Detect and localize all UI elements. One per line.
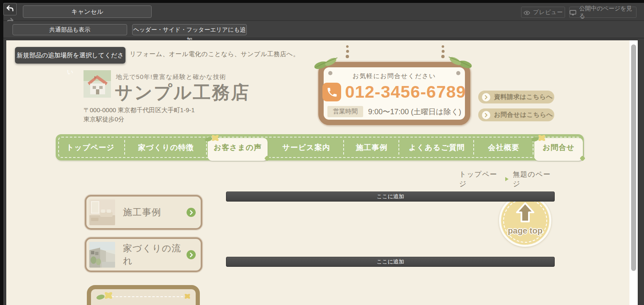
page-top-button[interactable]: page top	[499, 194, 551, 247]
leaf-decoration-icon	[445, 54, 474, 72]
breadcrumb: トップページ 無題のページ	[459, 170, 555, 189]
editor-toolbar-main: キャンセル プレビュー 公開中のページを見る	[3, 3, 644, 21]
editor-toolbar-secondary: 共通部品も表示 ヘッダー・サイド・フッターエリアにも追加	[3, 21, 644, 38]
view-published-button[interactable]: 公開中のページを見る	[569, 7, 637, 18]
nav-item-top-page[interactable]: トップページ	[56, 134, 125, 160]
add-to-areas-button[interactable]: ヘッダー・サイド・フッターエリアにも追加	[132, 24, 247, 35]
scrollbar[interactable]	[629, 40, 638, 305]
breadcrumb-arrow-icon	[505, 177, 509, 181]
eye-icon	[524, 10, 530, 15]
phone-number[interactable]: 012-3456-6789	[345, 82, 466, 102]
request-docs-button[interactable]: 資料請求はこちらへ	[478, 91, 554, 103]
leaf-icon	[264, 155, 270, 163]
add-here-zone-1[interactable]: ここに追加	[226, 192, 555, 202]
chevron-right-icon	[482, 93, 490, 101]
nav-item-features[interactable]: 家づくりの特徴	[125, 134, 207, 160]
address-line-1: 〒000-0000 東京都千代田区大手町1-9-1	[84, 106, 195, 115]
add-location-tooltip: 新規部品の追加場所を選択してください	[15, 47, 125, 64]
banner-flow-photo	[89, 242, 115, 268]
preview-button[interactable]: プレビュー	[521, 7, 565, 18]
nav-item-services[interactable]: サービス案内	[268, 134, 344, 160]
flower-icon	[183, 293, 192, 302]
scrollbar-thumb[interactable]	[631, 44, 636, 271]
cancel-button[interactable]: キャンセル	[23, 5, 152, 18]
view-published-label: 公開中のページを見る	[579, 5, 636, 20]
banner-flow-label: 家づくりの流れ	[123, 242, 187, 267]
leaf-flower-icon	[204, 133, 221, 145]
address-line-2: 東京駅徒歩0分	[84, 115, 195, 124]
undo-button[interactable]	[3, 3, 17, 15]
widget-dashed-line	[103, 296, 183, 297]
nav-item-customer-voice[interactable]: お客さまの声	[207, 134, 268, 160]
banner-works-photo	[89, 199, 115, 225]
arrow-up-icon	[514, 202, 537, 225]
site-logo-image[interactable]	[84, 70, 111, 98]
signboard-string-dots-right	[441, 45, 445, 58]
site-name[interactable]: サンプル工務店	[115, 81, 250, 105]
hours-badge: 営業時間	[327, 106, 363, 117]
nav-item-contact[interactable]: お問合せ	[533, 134, 584, 160]
preview-label: プレビュー	[533, 9, 563, 16]
nav-item-faq[interactable]: よくあるご質問	[399, 134, 474, 160]
monitor-icon	[570, 10, 576, 15]
site-catchphrase: リフォーム、オール電化のことなら、サンプル工務店へ。	[130, 50, 300, 58]
request-docs-label: 資料請求はこちらへ	[494, 93, 553, 101]
banner-works[interactable]: 施工事例	[85, 195, 202, 230]
nav-item-company[interactable]: 会社概要	[474, 134, 533, 160]
breadcrumb-home[interactable]: トップページ	[459, 170, 501, 189]
sidebar-menu-widget	[87, 285, 200, 305]
pagetop-label: page top	[501, 226, 549, 236]
banner-building-flow[interactable]: 家づくりの流れ	[85, 237, 202, 272]
leaf-flower-icon	[96, 290, 115, 303]
contact-note: お気軽にお問合せください	[318, 72, 470, 80]
nav-item-works[interactable]: 施工事例	[344, 134, 399, 160]
contact-us-label: お問合せはこちらへ	[494, 111, 553, 119]
chevron-right-icon	[482, 111, 490, 119]
site-address: 〒000-0000 東京都千代田区大手町1-9-1 東京駅徒歩0分	[84, 106, 195, 124]
site-tagline: 地元で50年!豊富な経験と確かな技術	[116, 73, 226, 81]
signboard-string-dots-left	[346, 45, 349, 58]
hours-text: 9:00〜17:00 (土曜日は除く)	[368, 107, 461, 117]
breadcrumb-current: 無題のページ	[513, 170, 555, 189]
banner-works-label: 施工事例	[123, 206, 187, 219]
contact-signboard: お気軽にお問合せください 012-3456-6789 営業時間 9:00〜17:…	[318, 62, 470, 125]
add-here-zone-2[interactable]: ここに追加	[226, 257, 555, 267]
show-common-parts-button[interactable]: 共通部品も表示	[12, 24, 127, 35]
page-preview-frame: 新規部品の追加場所を選択してください リフォーム、オール電化のことなら、サンプル…	[6, 40, 638, 305]
chevron-right-icon	[187, 208, 196, 217]
phone-icon	[322, 83, 341, 101]
window-top-edge	[0, 0, 644, 3]
chevron-right-icon	[187, 250, 196, 259]
leaf-decoration-icon	[312, 55, 342, 73]
contact-us-button[interactable]: お問合せはこちらへ	[478, 108, 554, 121]
leaf-flower-icon	[531, 133, 548, 145]
leaf-icon	[579, 155, 586, 163]
undo-icon	[6, 5, 14, 14]
global-navigation: トップページ 家づくりの特徴 お客さまの声 サービス案内 施工事例 よくあるご質…	[56, 134, 584, 160]
window-left-edge	[0, 0, 3, 305]
